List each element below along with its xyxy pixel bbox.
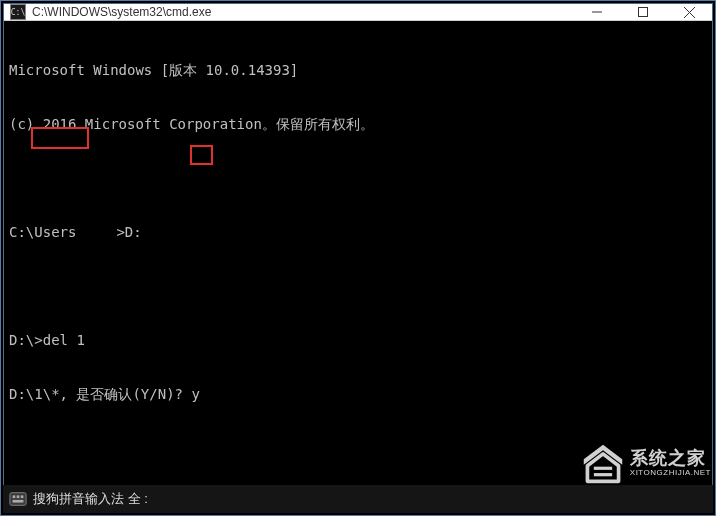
ime-icon — [9, 490, 27, 508]
minimize-icon — [592, 7, 602, 17]
svg-rect-5 — [594, 473, 612, 476]
minimize-button[interactable] — [574, 4, 620, 20]
redacted-username — [76, 226, 116, 240]
terminal-line: Microsoft Windows [版本 10.0.14393] — [9, 61, 707, 79]
terminal-line — [9, 169, 707, 187]
svg-rect-10 — [13, 500, 24, 503]
svg-rect-7 — [13, 495, 16, 498]
terminal-line: D:\1\*, 是否确认(Y/N)? y — [9, 385, 707, 403]
ime-bar[interactable]: 搜狗拼音输入法 全 : — [3, 485, 713, 513]
watermark-house-icon — [580, 441, 626, 485]
annotation-highlight — [190, 145, 213, 165]
svg-rect-8 — [17, 495, 20, 498]
close-icon — [684, 7, 695, 18]
terminal-line — [9, 277, 707, 295]
cmd-window: C:\ C:\WINDOWS\system32\cmd.exe Microsof… — [3, 3, 713, 487]
window-controls — [574, 4, 712, 20]
terminal-line: C:\Users>D: — [9, 223, 707, 241]
watermark-subtitle: XITONGZHIJIA.NET — [630, 469, 711, 478]
svg-rect-6 — [10, 493, 26, 506]
maximize-button[interactable] — [620, 4, 666, 20]
titlebar[interactable]: C:\ C:\WINDOWS\system32\cmd.exe — [4, 4, 712, 21]
terminal-line: D:\>del 1 — [9, 331, 707, 349]
maximize-icon — [638, 7, 648, 17]
watermark-title: 系统之家 — [630, 449, 711, 469]
svg-rect-1 — [639, 8, 648, 17]
cmd-icon: C:\ — [10, 4, 26, 20]
close-button[interactable] — [666, 4, 712, 20]
svg-rect-9 — [21, 495, 24, 498]
ime-status-text: 搜狗拼音输入法 全 : — [33, 490, 148, 508]
terminal-line: (c) 2016 Microsoft Corporation。保留所有权利。 — [9, 115, 707, 133]
window-title: C:\WINDOWS\system32\cmd.exe — [32, 5, 574, 19]
svg-rect-4 — [594, 467, 612, 470]
watermark: 系统之家 XITONGZHIJIA.NET — [580, 441, 711, 485]
